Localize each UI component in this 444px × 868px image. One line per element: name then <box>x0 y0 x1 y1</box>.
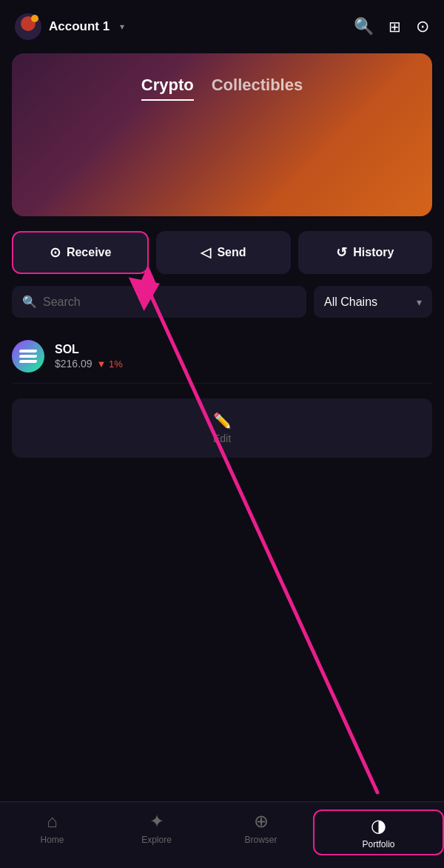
search-box[interactable]: 🔍 Search <box>12 286 306 318</box>
nav-home[interactable]: ⌂ Home <box>0 811 104 845</box>
search-placeholder: Search <box>43 296 81 309</box>
token-price: $216.09 <box>55 358 92 370</box>
history-label: History <box>353 246 394 259</box>
filter-label: All Chains <box>324 296 377 309</box>
token-price-row: $216.09 ▼ 1% <box>55 358 432 370</box>
receive-icon: ⊙ <box>50 244 61 261</box>
sol-logo <box>12 340 44 373</box>
header-actions: 🔍 ⊞ ⊙ <box>354 17 429 36</box>
portfolio-icon: ◑ <box>371 815 386 836</box>
account-name-label: Account 1 <box>49 19 110 34</box>
send-label: Send <box>217 246 246 259</box>
sol-stripe-1 <box>18 350 37 353</box>
qr-icon[interactable]: ⊞ <box>388 18 401 36</box>
download-icon[interactable]: ⊙ <box>416 17 429 36</box>
hero-banner: Crypto Collectibles <box>12 53 432 216</box>
send-button[interactable]: ◁ Send <box>156 231 290 274</box>
history-icon: ↺ <box>336 244 347 261</box>
sol-stripe-2 <box>18 355 37 358</box>
avatar <box>15 13 41 40</box>
edit-section[interactable]: ✏️ Edit <box>12 398 432 458</box>
chain-filter[interactable]: All Chains ▾ <box>314 286 432 318</box>
portfolio-label: Portfolio <box>362 839 394 849</box>
token-symbol: SOL <box>55 343 432 356</box>
receive-button[interactable]: ⊙ Receive <box>12 231 149 274</box>
home-icon: ⌂ <box>47 811 58 832</box>
bottom-nav: ⌂ Home ✦ Explore ⊕ Browser ◑ Portfolio <box>0 801 444 868</box>
tab-collectibles[interactable]: Collectibles <box>212 76 303 101</box>
nav-portfolio[interactable]: ◑ Portfolio <box>313 809 444 855</box>
history-button[interactable]: ↺ History <box>298 231 432 274</box>
token-change: ▼ 1% <box>97 358 123 370</box>
browser-label: Browser <box>244 835 277 845</box>
account-section[interactable]: Account 1 ▾ <box>15 13 124 40</box>
nav-explore[interactable]: ✦ Explore <box>104 811 209 845</box>
edit-icon: ✏️ <box>213 412 232 430</box>
header: Account 1 ▾ 🔍 ⊞ ⊙ <box>0 0 444 53</box>
receive-label: Receive <box>67 246 112 259</box>
tab-crypto[interactable]: Crypto <box>141 76 194 101</box>
search-box-icon: 🔍 <box>22 295 37 309</box>
explore-icon: ✦ <box>149 811 164 832</box>
hero-tabs: Crypto Collectibles <box>12 53 432 101</box>
sol-stripe-3 <box>18 360 37 363</box>
search-icon[interactable]: 🔍 <box>354 17 374 36</box>
search-filter-row: 🔍 Search All Chains ▾ <box>0 286 444 330</box>
edit-label: Edit <box>213 433 231 444</box>
home-label: Home <box>40 835 64 845</box>
token-list: SOL $216.09 ▼ 1% <box>0 330 444 384</box>
action-buttons: ⊙ Receive ◁ Send ↺ History <box>0 216 444 286</box>
token-item-sol[interactable]: SOL $216.09 ▼ 1% <box>12 330 432 384</box>
account-chevron-icon: ▾ <box>120 21 124 32</box>
browser-icon: ⊕ <box>254 811 269 832</box>
nav-browser[interactable]: ⊕ Browser <box>209 811 313 845</box>
filter-chevron-icon: ▾ <box>417 296 422 308</box>
send-icon: ◁ <box>201 244 211 261</box>
token-info-sol: SOL $216.09 ▼ 1% <box>55 343 432 370</box>
explore-label: Explore <box>141 835 172 845</box>
